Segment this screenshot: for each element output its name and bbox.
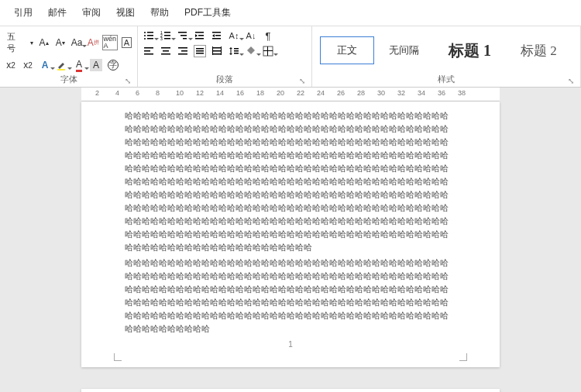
multilevel-list-icon[interactable] <box>177 29 189 42</box>
line-spacing-icon[interactable] <box>228 45 240 57</box>
numbering-icon[interactable]: 123 <box>160 29 172 42</box>
justify-icon[interactable] <box>194 45 206 57</box>
svg-rect-32 <box>196 50 204 52</box>
menu-item[interactable]: 视图 <box>108 3 143 22</box>
show-marks-icon[interactable]: ¶ <box>262 29 274 42</box>
ruler-tick: 38 <box>458 89 466 97</box>
svg-rect-33 <box>196 53 204 54</box>
svg-rect-0 <box>57 69 65 70</box>
character-shading-icon[interactable]: A <box>90 59 102 71</box>
svg-rect-21 <box>212 38 221 40</box>
bullets-icon[interactable] <box>143 29 155 42</box>
borders-icon[interactable] <box>262 45 274 57</box>
paragraph[interactable]: 哈哈哈哈哈哈哈哈哈哈哈哈哈哈哈哈哈哈哈哈哈哈哈哈哈哈哈哈哈哈哈哈哈哈哈哈哈哈哈哈… <box>125 256 456 335</box>
ruler-tick: 18 <box>256 89 264 97</box>
ruler-tick: 34 <box>418 89 425 97</box>
menu-item[interactable]: 审阅 <box>74 3 108 22</box>
ruler-tick: 24 <box>317 89 325 97</box>
svg-rect-38 <box>221 46 222 55</box>
svg-point-3 <box>144 35 146 36</box>
svg-rect-18 <box>195 38 204 40</box>
style-option[interactable]: 标题 2 <box>506 35 572 67</box>
svg-rect-35 <box>212 50 222 52</box>
style-option[interactable]: 标题 1 <box>434 33 506 68</box>
svg-rect-19 <box>212 32 221 33</box>
font-group-label: 字体 <box>60 74 77 85</box>
menu-item[interactable]: 邮件 <box>40 3 74 22</box>
change-case-icon[interactable]: Aa <box>70 36 82 49</box>
menu-bar: 引用邮件审阅视图帮助PDF工具集 <box>0 0 581 26</box>
paragraph-launcher-icon[interactable]: ⤡ <box>299 77 305 85</box>
font-launcher-icon[interactable]: ⤡ <box>125 77 131 85</box>
align-center-icon[interactable] <box>160 45 172 57</box>
svg-rect-42 <box>234 53 239 54</box>
ruler-tick: 4 <box>115 89 119 97</box>
ruler-tick: 32 <box>397 89 405 97</box>
ruler-tick: 16 <box>236 89 244 97</box>
font-size-select[interactable]: 五号 <box>5 29 26 56</box>
paragraph[interactable]: 哈哈哈哈哈哈哈哈哈哈哈哈哈哈哈哈哈哈哈哈哈哈哈哈哈哈哈哈哈哈哈哈哈哈哈哈哈哈哈哈… <box>125 109 456 255</box>
svg-rect-13 <box>178 32 187 33</box>
page-2[interactable] <box>81 389 500 392</box>
svg-rect-17 <box>198 35 204 36</box>
svg-rect-28 <box>178 47 187 49</box>
increase-indent-icon[interactable] <box>211 29 223 42</box>
svg-point-1 <box>144 32 146 33</box>
svg-rect-31 <box>196 48 204 50</box>
sort-icon[interactable]: A↓ <box>245 29 257 42</box>
superscript-icon[interactable]: x2 <box>22 59 34 71</box>
ruler-tick: 6 <box>136 89 139 97</box>
svg-rect-25 <box>161 47 170 49</box>
menu-item[interactable]: PDF工具集 <box>177 3 239 22</box>
ruler-tick: 30 <box>377 89 385 97</box>
character-border-icon[interactable]: 字 <box>107 59 119 71</box>
asian-layout-icon[interactable]: A↕ <box>228 29 240 42</box>
ruler[interactable]: 2468101214161820222426283032343638 <box>81 88 500 101</box>
shrink-font-icon[interactable]: A▾ <box>54 36 66 49</box>
ruler-tick: 28 <box>357 89 365 97</box>
enclose-char-icon[interactable]: A <box>121 36 132 49</box>
ruler-tick: 14 <box>216 89 224 97</box>
svg-rect-27 <box>161 53 170 55</box>
svg-point-5 <box>144 38 146 40</box>
style-group: 正文无间隔标题 1标题 2 样式⤡ <box>312 26 581 87</box>
svg-rect-6 <box>147 38 153 40</box>
highlight-icon[interactable] <box>56 59 68 71</box>
grow-font-icon[interactable]: A▴ <box>38 36 50 49</box>
clear-format-icon[interactable]: wénA <box>104 36 116 49</box>
decrease-indent-icon[interactable] <box>194 29 206 42</box>
svg-rect-29 <box>181 50 187 52</box>
svg-rect-10 <box>164 35 170 36</box>
style-launcher-icon[interactable]: ⤡ <box>568 77 574 85</box>
style-group-label: 样式 <box>438 74 455 85</box>
distribute-icon[interactable] <box>211 45 223 57</box>
svg-rect-20 <box>215 35 221 36</box>
align-left-icon[interactable] <box>143 45 155 57</box>
page-1[interactable]: 哈哈哈哈哈哈哈哈哈哈哈哈哈哈哈哈哈哈哈哈哈哈哈哈哈哈哈哈哈哈哈哈哈哈哈哈哈哈哈哈… <box>81 101 500 367</box>
paragraph-group: 123 A↕ A↓ ¶ 段落⤡ <box>138 26 312 87</box>
ruler-tick: 10 <box>176 89 184 97</box>
svg-rect-23 <box>144 50 150 52</box>
menu-item[interactable]: 引用 <box>6 3 40 22</box>
align-right-icon[interactable] <box>177 45 189 57</box>
svg-rect-24 <box>144 53 153 55</box>
menu-item[interactable]: 帮助 <box>143 3 177 22</box>
style-option[interactable]: 正文 <box>320 36 374 64</box>
svg-rect-22 <box>144 47 153 49</box>
svg-text:3: 3 <box>160 36 163 41</box>
text-effects-icon[interactable]: A <box>39 59 51 71</box>
subscript-icon[interactable]: x2 <box>5 59 17 71</box>
shading-icon[interactable] <box>245 45 257 57</box>
svg-rect-26 <box>163 50 169 52</box>
svg-rect-39 <box>231 49 232 53</box>
font-group: 五号▾ A▴ A▾ Aa A拼 wénA A x2 x2 A A A 字 字体⤡ <box>0 26 138 87</box>
phonetic-guide-icon[interactable]: A拼 <box>88 36 99 49</box>
ruler-tick: 8 <box>156 89 160 97</box>
document-text[interactable]: 哈哈哈哈哈哈哈哈哈哈哈哈哈哈哈哈哈哈哈哈哈哈哈哈哈哈哈哈哈哈哈哈哈哈哈哈哈哈哈哈… <box>125 109 456 335</box>
font-color-icon[interactable]: A <box>73 59 85 71</box>
page-corner-icon <box>459 353 467 361</box>
document-area[interactable]: 2468101214161820222426283032343638 哈哈哈哈哈… <box>0 88 581 392</box>
svg-rect-4 <box>147 35 153 36</box>
style-option[interactable]: 无间隔 <box>374 36 434 64</box>
svg-rect-14 <box>180 35 187 36</box>
